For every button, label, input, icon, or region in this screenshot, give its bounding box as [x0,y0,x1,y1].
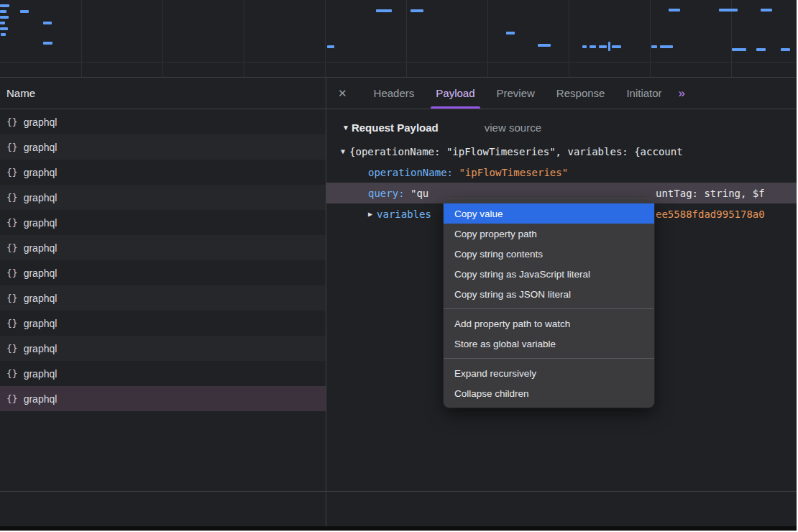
request-name: graphql [24,368,58,380]
json-braces-icon: {} [6,318,18,329]
request-row[interactable]: {}graphql [0,235,326,260]
request-name: graphql [24,293,58,304]
json-braces-icon: {} [6,343,18,354]
menu-item-expand-recursively[interactable]: Expand recursively [444,363,654,383]
request-row[interactable]: {}graphql [0,386,326,411]
request-name: graphql [24,217,58,229]
request-row[interactable]: {}graphql [0,109,326,134]
property-value: "ipFlowTimeseries" [459,167,568,178]
tab-preview[interactable]: Preview [486,78,546,109]
json-braces-icon: {} [6,217,18,228]
tab-initiator[interactable]: Initiator [615,78,672,109]
request-name: graphql [24,267,58,279]
request-timing-bar [327,45,334,48]
json-braces-icon: {} [6,116,18,127]
name-column-label: Name [6,87,35,99]
tree-operation-row[interactable]: operationName: "ipFlowTimeseries" [326,162,797,183]
request-row[interactable]: {}graphql [0,311,326,336]
request-timing-bar [608,42,610,51]
request-name: graphql [24,142,58,153]
view-source-link[interactable]: view source [485,121,541,134]
footer-divider [0,491,797,492]
overview-gridline [162,0,163,77]
collapsed-arrow-icon: ▶ [368,210,372,218]
request-list: {}graphql{}graphql{}graphql{}graphql{}gr… [0,109,326,411]
overview-gridline [569,0,569,77]
network-overview[interactable] [0,0,797,78]
menu-item-add-property-path-to-watch[interactable]: Add property path to watch [444,313,654,334]
tab-headers[interactable]: Headers [363,78,426,109]
menu-item-copy-property-path[interactable]: Copy property path [444,224,654,244]
request-payload-section-header[interactable]: ▼ Request Payload view source [326,121,797,134]
request-timing-bar [0,22,5,24]
menu-item-store-as-global-variable[interactable]: Store as global variable [444,334,654,354]
menu-separator [444,358,654,359]
request-timing-bar [719,9,738,12]
tree-root-row[interactable]: ▼ {operationName: "ipFlowTimeseries", va… [326,141,797,162]
tab-payload[interactable]: Payload [425,78,485,109]
menu-item-copy-string-as-javascript-literal[interactable]: Copy string as JavaScript literal [444,264,654,284]
request-timing-bar [590,45,596,48]
request-row[interactable]: {}graphql [0,260,326,285]
request-row[interactable]: {}graphql [0,134,326,160]
request-timing-bar [1,33,6,36]
request-timing-bar [0,10,6,13]
menu-separator [444,308,654,309]
json-braces-icon: {} [6,167,18,178]
overview-gridline [487,0,488,77]
request-name: graphql [24,393,58,405]
menu-item-copy-value[interactable]: Copy value [444,203,654,224]
json-braces-icon: {} [6,242,18,253]
request-timing-bar [506,32,515,35]
request-name: graphql [24,242,58,254]
variables-value-continuation: ee5588fdad995178a0 [656,203,765,224]
section-disclosure-icon: ▼ [342,124,349,132]
tab-response[interactable]: Response [546,78,616,109]
request-timing-bar [538,44,551,47]
request-timing-bar [0,27,8,30]
bottom-strip [0,526,797,531]
details-toolbar: ✕ HeadersPayloadPreviewResponseInitiator… [326,78,797,109]
more-tabs-icon[interactable]: » [679,86,685,101]
request-timing-bar [0,4,9,7]
query-value-continuation: untTag: string, $f [656,183,765,203]
property-key: operationName: [368,167,459,178]
request-row[interactable]: {}graphql [0,361,326,386]
request-timing-bar [0,16,9,19]
request-timing-bar [43,22,52,24]
overview-gridline [731,0,732,77]
close-icon[interactable]: ✕ [338,87,347,100]
overview-gridline [325,0,326,77]
devtools-window: Name {}graphql{}graphql{}graphql{}graphq… [0,0,797,531]
json-braces-icon: {} [6,293,18,303]
json-braces-icon: {} [6,393,18,404]
request-name: graphql [24,343,58,354]
property-key: variables [377,208,431,220]
request-row[interactable]: {}graphql [0,160,326,185]
request-timing-bar [582,45,587,48]
request-name: graphql [24,192,58,203]
request-timing-bar [599,45,607,48]
overview-gridline [650,0,651,77]
property-value: "qu [411,188,428,199]
request-name: graphql [24,167,58,178]
name-column-header[interactable]: Name [0,78,326,109]
request-row[interactable]: {}graphql [0,336,326,361]
menu-item-collapse-children[interactable]: Collapse children [444,383,654,403]
request-timing-bar [612,45,621,48]
request-list-pane: Name {}graphql{}graphql{}graphql{}graphq… [0,78,326,526]
request-row[interactable]: {}graphql [0,285,326,311]
json-braces-icon: {} [6,267,18,278]
request-name: graphql [24,116,58,128]
request-timing-bar [732,48,746,51]
request-timing-bar [756,48,766,51]
menu-item-copy-string-as-json-literal[interactable]: Copy string as JSON literal [444,284,654,304]
request-row[interactable]: {}graphql [0,185,326,210]
menu-item-copy-string-contents[interactable]: Copy string contents [444,244,654,264]
request-row[interactable]: {}graphql [0,210,326,235]
request-name: graphql [24,318,58,329]
json-braces-icon: {} [6,192,18,203]
overview-gridline [81,0,82,77]
request-timing-bar [660,45,673,48]
request-timing-bar [20,10,29,13]
